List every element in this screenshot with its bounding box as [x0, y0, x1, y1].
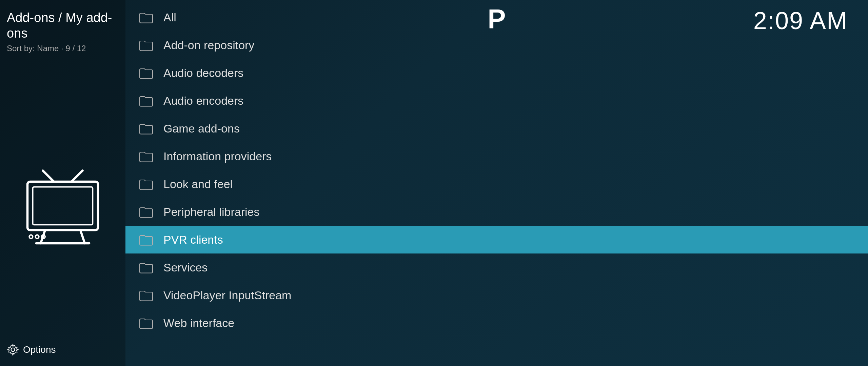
sidebar: Add-ons / My add-ons Sort by: Name · 9 /… [0, 0, 125, 366]
folder-icon [139, 39, 153, 52]
page-title: Add-ons / My add-ons [7, 10, 119, 41]
folder-icon [139, 261, 153, 274]
tv-icon [19, 168, 107, 258]
folder-icon [139, 94, 153, 107]
menu-item-web-interface[interactable]: Web interface [125, 309, 868, 337]
folder-icon [139, 205, 153, 218]
title-section: Add-ons / My add-ons Sort by: Name · 9 /… [7, 10, 119, 53]
svg-point-8 [35, 235, 39, 238]
svg-rect-3 [33, 187, 93, 225]
folder-icon [139, 178, 153, 190]
menu-item-label: Peripheral libraries [163, 205, 259, 219]
menu-item-label: Add-on repository [163, 39, 254, 52]
svg-line-0 [43, 170, 54, 182]
svg-line-1 [72, 170, 83, 182]
menu-item-audio-decoders[interactable]: Audio decoders [125, 59, 868, 87]
options-label: Options [23, 344, 56, 355]
menu-item-label: VideoPlayer InputStream [163, 289, 291, 302]
folder-icon [139, 289, 153, 302]
main-content: P 2:09 AM All Add-on repository Audio de… [125, 0, 868, 366]
options-icon [7, 344, 19, 356]
menu-item-label: Information providers [163, 150, 272, 163]
folder-icon [139, 66, 153, 79]
menu-item-all[interactable]: All [125, 3, 868, 31]
menu-item-audio-encoders[interactable]: Audio encoders [125, 87, 868, 115]
menu-item-pvr-clients[interactable]: PVR clients [125, 226, 868, 253]
menu-item-look-and-feel[interactable]: Look and feel [125, 170, 868, 198]
menu-item-label: Audio decoders [163, 66, 243, 80]
folder-icon [139, 233, 153, 246]
menu-item-label: Game add-ons [163, 122, 240, 135]
menu-item-services[interactable]: Services [125, 253, 868, 281]
svg-line-5 [80, 230, 85, 243]
folder-icon [139, 11, 153, 24]
sort-info: Sort by: Name · 9 / 12 [7, 44, 119, 53]
menu-list: All Add-on repository Audio decoders Aud… [125, 0, 868, 337]
menu-item-label: All [163, 11, 176, 24]
folder-icon [139, 122, 153, 135]
menu-item-videoplayer-inputstream[interactable]: VideoPlayer InputStream [125, 281, 868, 309]
menu-item-game-addons[interactable]: Game add-ons [125, 115, 868, 142]
folder-icon [139, 317, 153, 329]
svg-rect-2 [27, 182, 98, 230]
svg-point-7 [29, 235, 33, 238]
menu-item-label: Look and feel [163, 178, 233, 191]
menu-item-information-providers[interactable]: Information providers [125, 142, 868, 170]
menu-item-peripheral-libraries[interactable]: Peripheral libraries [125, 198, 868, 226]
menu-item-label: Services [163, 261, 208, 274]
menu-item-addon-repository[interactable]: Add-on repository [125, 31, 868, 59]
menu-item-label: Audio encoders [163, 94, 243, 107]
menu-item-label: PVR clients [163, 233, 223, 246]
tv-icon-container [7, 70, 119, 356]
menu-item-label: Web interface [163, 317, 234, 330]
options-bar[interactable]: Options [7, 344, 56, 356]
folder-icon [139, 150, 153, 163]
svg-point-10 [11, 348, 15, 352]
